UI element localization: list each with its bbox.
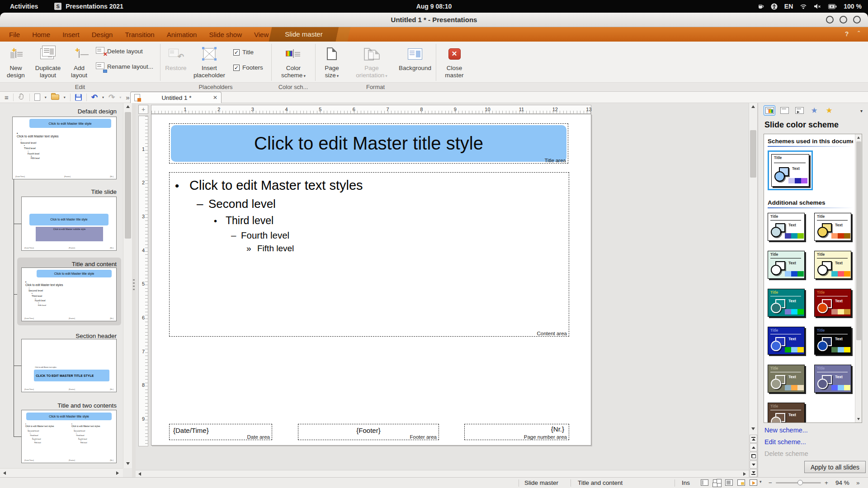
notes-view-icon[interactable]	[737, 479, 745, 486]
toolbar-overflow-icon[interactable]: »	[126, 94, 129, 101]
color-scheme-card[interactable]: Title Text	[768, 327, 805, 355]
scroll-down-icon[interactable]	[749, 426, 757, 432]
scroll-down-icon[interactable]	[855, 416, 862, 422]
master-title-text[interactable]: Click to edit Master title style	[171, 125, 566, 162]
color-scheme-card[interactable]: Title Text	[768, 289, 805, 317]
add-layout-button[interactable]: + Add layout	[66, 43, 92, 81]
scroll-left-icon[interactable]	[1, 469, 8, 477]
caret-down-icon[interactable]: ▾	[760, 479, 762, 484]
statusbar-zoom-level[interactable]: 94 %	[835, 479, 849, 486]
delete-layout-button[interactable]: ✕ Delete layout	[96, 47, 143, 55]
page-size-button[interactable]: Page size▾	[317, 43, 346, 81]
zoom-slider[interactable]	[776, 482, 821, 483]
rename-layout-button[interactable]: Rename layout...	[96, 62, 153, 70]
window-title-bar[interactable]: Untitled 1 * - Presentations	[0, 13, 868, 27]
statusbar-overflow-icon[interactable]: »	[856, 479, 860, 486]
statusbar-view-mode[interactable]: Slide master	[524, 479, 558, 486]
keyboard-layout-indicator[interactable]: EN	[784, 3, 793, 10]
scheme-list-scrollbar[interactable]	[855, 134, 862, 422]
statusbar-insert-mode[interactable]: Ins	[682, 479, 690, 486]
sidebar-tab-insert[interactable]	[793, 105, 805, 116]
accessibility-icon[interactable]	[771, 3, 778, 10]
new-scheme-link[interactable]: New scheme...	[764, 427, 808, 434]
battery-icon[interactable]	[828, 4, 837, 9]
volume-muted-icon[interactable]	[814, 3, 821, 9]
zoom-out-icon[interactable]: −	[769, 479, 772, 486]
ruler-corner-button[interactable]: +	[138, 105, 148, 114]
first-slide-button[interactable]	[750, 435, 757, 443]
ribbon-tab[interactable]: Insert	[62, 31, 80, 38]
last-slide-button[interactable]	[750, 469, 757, 477]
footer-area-placeholder[interactable]: {Footer} Footer area	[298, 424, 439, 440]
statusbar-layout-name[interactable]: Title and content	[578, 479, 623, 486]
canvas-vertical-scrollbar[interactable]	[749, 103, 758, 477]
ribbon-tab[interactable]: View	[254, 31, 269, 38]
sidebar-tab-favorites-blue[interactable]: ★	[808, 105, 820, 116]
scroll-down-icon[interactable]	[123, 460, 132, 467]
layout-thumbnail-title-slide[interactable]: Click to edit Master title style Click t…	[21, 197, 117, 251]
page-number-area-placeholder[interactable]: {Nr.} Page number area	[464, 424, 569, 440]
scroll-right-icon[interactable]	[114, 469, 121, 477]
save-icon[interactable]	[75, 94, 82, 101]
go-to-slide-button[interactable]	[750, 452, 757, 460]
apply-to-all-slides-button[interactable]: Apply to all slides	[804, 461, 866, 473]
collapse-ribbon-icon[interactable]: ˆ	[858, 30, 860, 38]
new-design-button[interactable]: + New design	[2, 43, 30, 81]
slideshow-view-icon[interactable]	[750, 479, 757, 486]
caret-down-icon[interactable]: ▾	[64, 95, 66, 99]
color-scheme-card[interactable]: Title Text	[768, 365, 805, 393]
close-button[interactable]	[853, 16, 861, 23]
ribbon-tab[interactable]: Slide show	[209, 31, 242, 38]
minimize-button[interactable]	[826, 16, 834, 23]
help-icon[interactable]: ?	[845, 30, 849, 38]
new-document-icon[interactable]	[34, 94, 40, 101]
layout-thumbnail-title-and-two-contents[interactable]: Click to edit Master title style • Click…	[21, 410, 117, 463]
color-scheme-card[interactable]: Title Text	[814, 289, 851, 317]
caret-down-icon[interactable]: ▾	[102, 95, 104, 99]
title-area-placeholder[interactable]: Click to edit Master title style Title a…	[169, 123, 568, 164]
date-area-placeholder[interactable]: {Date/Time} Date area	[169, 424, 272, 440]
layout-panel-horizontal-scrollbar[interactable]	[0, 468, 123, 477]
footers-checkbox[interactable]: ✓ Footers	[233, 64, 263, 71]
close-master-button[interactable]: ✕ Close master	[439, 43, 469, 81]
color-scheme-card[interactable]: Title Text	[814, 365, 851, 393]
document-tab-close-icon[interactable]: ✕	[213, 94, 217, 101]
layout-panel-vertical-scrollbar[interactable]	[123, 103, 132, 468]
next-slide-button[interactable]	[750, 460, 757, 469]
caffeine-icon[interactable]	[757, 3, 764, 9]
undo-icon[interactable]: ↶	[91, 94, 98, 101]
wifi-icon[interactable]	[800, 4, 807, 9]
normal-view-icon[interactable]	[701, 479, 708, 486]
pan-hand-icon[interactable]	[18, 93, 25, 102]
scroll-up-icon[interactable]	[855, 134, 862, 141]
layout-thumbnail-title-and-content[interactable]: Click to edit Master title style • Click…	[21, 267, 117, 321]
sidebar-tab-favorites-yellow[interactable]: ★	[823, 105, 835, 116]
caret-down-icon[interactable]: ▾	[45, 95, 47, 99]
layout-thumbnail-default-design[interactable]: Click to edit Master title style • Click…	[12, 117, 117, 179]
previous-slide-button[interactable]	[750, 443, 757, 451]
panel-splitter[interactable]	[132, 103, 136, 477]
scroll-up-icon[interactable]	[749, 103, 757, 110]
scrollbar-thumb[interactable]	[856, 141, 861, 340]
ribbon-tab[interactable]: File	[9, 31, 20, 38]
layout-thumbnail-section-header[interactable]: Click to edit Master text styles CLICK T…	[21, 339, 117, 392]
ribbon-tab[interactable]: Animation	[167, 31, 197, 38]
color-scheme-card[interactable]: Title Text	[768, 251, 805, 279]
zoom-in-icon[interactable]: +	[825, 479, 828, 486]
edit-scheme-link[interactable]: Edit scheme...	[764, 438, 806, 446]
outline-view-icon[interactable]	[725, 479, 733, 486]
ribbon-tab[interactable]: Transition	[125, 31, 154, 38]
scroll-right-icon[interactable]	[741, 471, 748, 477]
menu-icon[interactable]: ≡	[5, 94, 9, 101]
content-area-placeholder[interactable]: • Click to edit Master text styles – Sec…	[169, 172, 569, 337]
scrollbar-thumb[interactable]	[125, 112, 131, 239]
sidebar-tab-color-scheme[interactable]	[764, 105, 775, 116]
scroll-up-icon[interactable]	[123, 103, 132, 110]
clock[interactable]: Aug 9 08:10	[0, 3, 868, 10]
title-checkbox[interactable]: ✓ Title	[233, 49, 254, 56]
open-file-icon[interactable]	[51, 94, 59, 100]
slide-sorter-view-icon[interactable]	[713, 479, 721, 486]
scroll-left-icon[interactable]	[137, 471, 143, 477]
color-scheme-card[interactable]: Title Text	[814, 251, 851, 279]
color-scheme-card[interactable]: Title Text	[768, 213, 805, 241]
